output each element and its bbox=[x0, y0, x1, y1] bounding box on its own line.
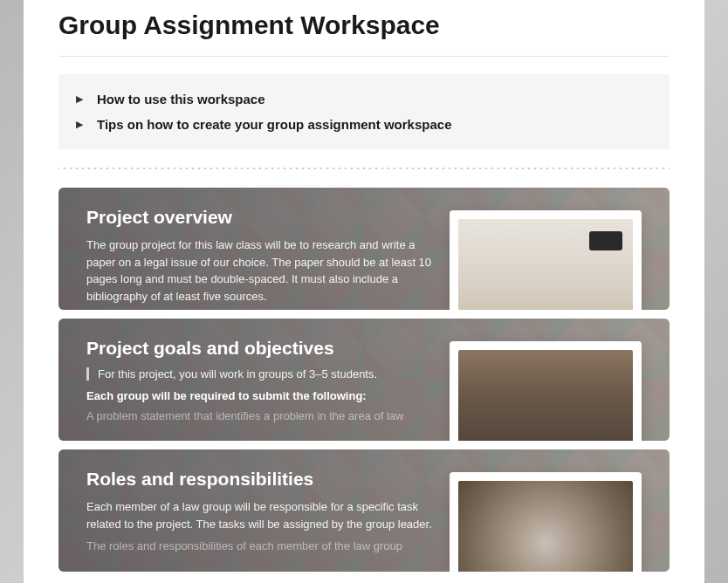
card-subheading: Each group will be required to submit th… bbox=[86, 389, 443, 402]
card-faded-text: A problem statement that identifies a pr… bbox=[86, 409, 443, 422]
page-container: Group Assignment Workspace ▶ How to use … bbox=[24, 0, 704, 583]
card-faded-text: The roles and responsibilities of each m… bbox=[86, 539, 443, 552]
card-body-text: Each member of a law group will be respo… bbox=[86, 498, 443, 532]
card-title: Project goals and objectives bbox=[86, 338, 443, 359]
card-project-goals[interactable]: Project goals and objectives For this pr… bbox=[58, 319, 670, 441]
card-content: Project overview The group project for t… bbox=[86, 207, 443, 305]
card-content: Roles and responsibilities Each member o… bbox=[86, 469, 443, 552]
accordion-box: ▶ How to use this workspace ▶ Tips on ho… bbox=[58, 74, 670, 149]
card-thumbnail bbox=[450, 341, 642, 441]
thumbnail-image-meeting bbox=[458, 350, 633, 441]
accordion-label: Tips on how to create your group assignm… bbox=[97, 117, 451, 132]
disclosure-triangle-icon: ▶ bbox=[76, 93, 83, 105]
accordion-label: How to use this workspace bbox=[97, 92, 265, 106]
card-thumbnail bbox=[450, 210, 642, 310]
thumbnail-image-hands bbox=[458, 481, 633, 572]
card-project-overview[interactable]: Project overview The group project for t… bbox=[58, 188, 670, 310]
card-roles-responsibilities[interactable]: Roles and responsibilities Each member o… bbox=[58, 449, 670, 572]
page-title: Group Assignment Workspace bbox=[58, 0, 670, 57]
thumbnail-image-desk bbox=[458, 219, 633, 310]
disclosure-triangle-icon: ▶ bbox=[76, 119, 83, 130]
card-quote-text: For this project, you will work in group… bbox=[86, 367, 443, 381]
card-content: Project goals and objectives For this pr… bbox=[86, 338, 443, 422]
dotted-divider bbox=[58, 167, 670, 170]
card-thumbnail bbox=[450, 472, 642, 572]
accordion-item-how-to-use[interactable]: ▶ How to use this workspace bbox=[76, 86, 652, 112]
card-title: Project overview bbox=[86, 207, 443, 228]
card-body-text: The group project for this law class wil… bbox=[86, 237, 443, 305]
card-title: Roles and responsibilities bbox=[86, 469, 443, 490]
accordion-item-tips[interactable]: ▶ Tips on how to create your group assig… bbox=[76, 112, 652, 137]
